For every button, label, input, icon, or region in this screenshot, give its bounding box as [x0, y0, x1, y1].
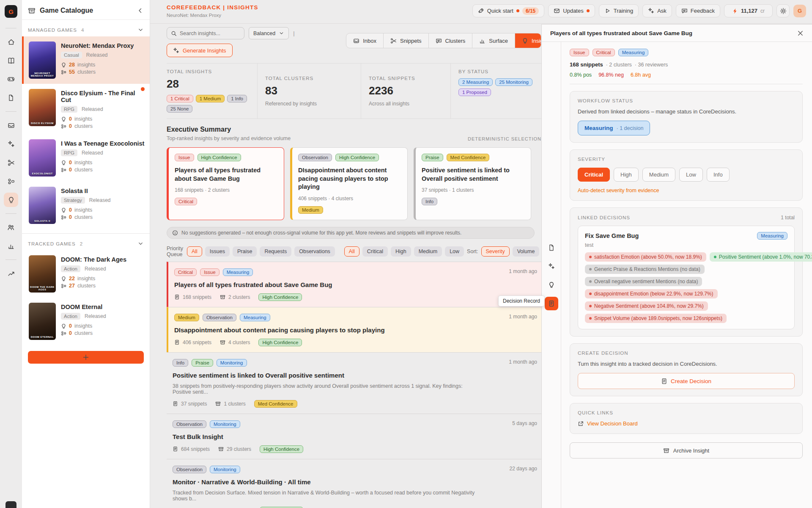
tracked-games-collapse-icon[interactable] — [137, 240, 144, 247]
severity-critical-button[interactable]: Critical — [578, 168, 610, 182]
sort-volume[interactable]: Volume — [513, 246, 540, 257]
auto-detect-severity-link[interactable]: Auto-detect severity from evidence — [578, 188, 795, 193]
summary-card-info[interactable]: Praise Med Confidence Positive sentiment… — [414, 147, 531, 220]
generate-insights-button[interactable]: Generate Insights — [167, 44, 233, 57]
filter-type-requests[interactable]: Requests — [260, 246, 291, 257]
archive-insight-button[interactable]: Archive Insight — [570, 442, 803, 458]
rail-community-button[interactable] — [4, 220, 18, 235]
panel-tab-ai[interactable] — [545, 260, 558, 273]
user-avatar[interactable]: G — [793, 5, 806, 17]
app-logo[interactable]: G — [5, 5, 17, 18]
box-icon — [220, 340, 225, 345]
sort-severity[interactable]: Severity — [481, 246, 510, 257]
summary-card-medium[interactable]: Observation High Confidence DIsappointme… — [290, 147, 408, 220]
cluster-icon — [61, 167, 66, 173]
panel-tab-summary[interactable] — [545, 241, 558, 254]
game-cover-art: SOLASTA II — [29, 187, 56, 224]
mode-select[interactable]: Balanced — [249, 27, 289, 39]
filter-type-praise[interactable]: Praise — [233, 246, 257, 257]
close-panel-button[interactable] — [797, 30, 804, 36]
rail-analytics-button[interactable] — [4, 239, 18, 253]
box-icon — [215, 401, 221, 406]
info-icon — [172, 230, 178, 236]
game-clusters-stat: 27clusters — [61, 283, 126, 289]
credits-display[interactable]: 11,127 cr — [724, 4, 773, 17]
filter-type-issues[interactable]: Issues — [205, 246, 230, 257]
rail-home-button[interactable] — [4, 35, 18, 49]
decision-item[interactable]: Fix Save Gme Bug Measuring test satisfac… — [578, 226, 795, 329]
insight-row-content-pacing[interactable]: Medium Observation Measuring DIsappointm… — [167, 307, 541, 352]
view-decision-board-link[interactable]: View Decision Board — [578, 420, 795, 427]
insight-row-positive-sentiment[interactable]: Info Praise Monitoring Positive sentimen… — [167, 352, 541, 414]
game-insights-stat: 28insights — [61, 62, 134, 68]
summary-card-critical[interactable]: Issue High Confidence Players of all typ… — [167, 147, 284, 220]
rail-documents-button[interactable] — [4, 91, 18, 105]
app-icon-rail: G — [0, 0, 22, 508]
rail-snippets-button[interactable] — [4, 155, 18, 170]
rail-games-button[interactable] — [4, 72, 18, 86]
rail-insights-button[interactable] — [4, 193, 18, 207]
deterministic-selection-tag: DETERMINISTIC SELECTION — [468, 136, 541, 141]
game-clusters-stat: 0clusters — [61, 330, 106, 336]
rail-ai-button[interactable] — [4, 137, 18, 151]
bulb-icon — [548, 282, 555, 288]
severity-low-button[interactable]: Low — [679, 168, 703, 182]
panel-tab-insight[interactable] — [545, 278, 558, 292]
insight-row-test-bulk[interactable]: Observation Monitoring Test Bulk Insight… — [167, 414, 541, 459]
bulb-icon — [61, 116, 66, 122]
filter-sev-all[interactable]: All — [344, 246, 359, 257]
negative-stat: 96.8% neg — [598, 72, 624, 78]
rail-clusters-button[interactable] — [4, 174, 18, 188]
type-badge: Issue — [200, 268, 219, 276]
add-game-button[interactable] — [28, 351, 144, 364]
severity-info-button[interactable]: Info — [707, 168, 730, 182]
game-genre-tag: Casual — [61, 52, 82, 58]
game-clusters-stat: 55clusters — [61, 69, 134, 75]
tab-clusters[interactable]: Clusters — [428, 33, 472, 48]
stat-by-status: BY STATUS 2 Measuring 25 Monitoring 1 Pr… — [450, 64, 541, 119]
game-row-exocolonist[interactable]: EXOCOLONIST I Was a Teenage Exocolonist … — [22, 134, 150, 182]
game-row-disco-elysium[interactable]: DISCO ELYSIUM Disco Elysium - The Final … — [22, 84, 150, 134]
ask-button[interactable]: Ask — [642, 4, 672, 17]
severity-medium-button[interactable]: Medium — [642, 168, 675, 182]
game-row-doom-eternal[interactable]: DOOM ETERNAL DOOM Eternal Action Release… — [22, 298, 150, 345]
managed-games-collapse-icon[interactable] — [137, 27, 144, 33]
box-icon — [220, 294, 225, 300]
filter-sev-medium[interactable]: Medium — [414, 246, 442, 257]
search-input[interactable] — [180, 30, 235, 36]
rail-inbox-button[interactable] — [4, 118, 18, 133]
sidebar-collapse-button[interactable] — [137, 7, 144, 14]
tab-snippets[interactable]: Snippets — [383, 33, 428, 48]
filter-sev-critical[interactable]: Critical — [362, 246, 388, 257]
rail-divider — [5, 260, 16, 260]
theme-toggle-button[interactable] — [776, 4, 790, 17]
filter-sev-high[interactable]: High — [391, 246, 411, 257]
insight-age: 1 month ago — [509, 268, 537, 274]
workflow-status-badge[interactable]: Measuring · 1 decision — [578, 121, 650, 135]
updates-button[interactable]: Updates — [548, 4, 595, 17]
insight-row-monitor-narrative[interactable]: Observation Monitoring Monitor · Narrati… — [167, 459, 541, 508]
tab-surface[interactable]: Surface — [472, 33, 515, 48]
tab-inbox[interactable]: Inbox — [346, 33, 383, 48]
search-icon — [171, 30, 177, 36]
insight-row-save-game-bug[interactable]: Critical Issue Measuring Players of all … — [167, 262, 541, 307]
quick-start-button[interactable]: Quick start 6/15 — [472, 4, 544, 17]
severity-high-button[interactable]: High — [614, 168, 639, 182]
rail-catalogue-button[interactable] — [4, 53, 18, 68]
severity-badge: Info — [422, 198, 437, 205]
decision-record-tooltip: Decision Record — [498, 295, 545, 306]
tab-insights[interactable]: Insights — [515, 33, 541, 48]
rail-trends-button[interactable] — [4, 266, 18, 281]
filter-type-all[interactable]: All — [187, 246, 202, 257]
training-button[interactable]: Training — [599, 4, 639, 17]
create-decision-button[interactable]: Create Decision — [578, 373, 795, 389]
game-row-solasta[interactable]: SOLASTA II Solasta II Strategy Released … — [22, 182, 150, 229]
feedback-button[interactable]: Feedback — [676, 4, 720, 17]
panel-tab-decision-record[interactable] — [545, 297, 558, 310]
game-row-neuronet[interactable]: NEURONET MENDAX PROXY NeuroNet: Mendax P… — [22, 36, 150, 84]
filter-type-observations[interactable]: Observations — [294, 246, 335, 257]
positive-stat: 0.8% pos — [570, 72, 592, 78]
game-row-doom-dark-ages[interactable]: DOOM THE DARK AGES DOOM: The Dark Ages A… — [22, 250, 150, 298]
filter-sev-low[interactable]: Low — [445, 246, 464, 257]
game-status-tag: Released — [82, 150, 103, 156]
